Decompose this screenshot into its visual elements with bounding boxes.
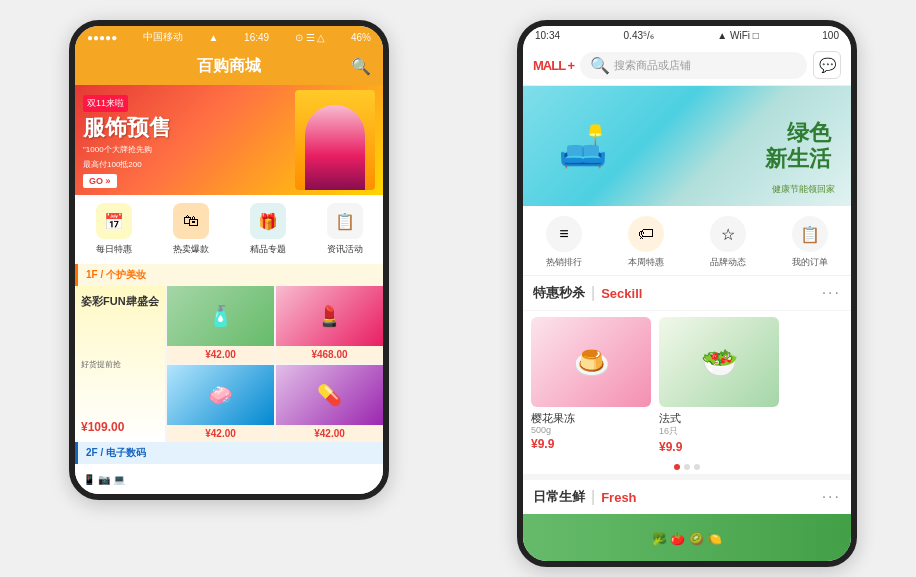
product-weight-sakura: 500g	[531, 425, 651, 435]
banner-right-sub: 健康节能领回家	[772, 183, 835, 196]
right-status-icons: ▲ WiFi □	[717, 30, 758, 41]
floor2-label: 2F / 电子数码	[75, 442, 383, 464]
left-banner[interactable]: 双11来啦 服饰预售 "1000个大牌抢先购 最高付100抵200 GO »	[75, 85, 383, 195]
seckill-title-cn: 特惠秒杀	[533, 284, 585, 302]
right-device: 10:34 0.43⁵/₆ ▲ WiFi □ 100 MALL + 🔍 搜索商品…	[517, 20, 857, 567]
signal-dots: ●●●●●	[87, 32, 117, 43]
banner-right-main: 绿色新生活	[765, 120, 831, 173]
category-row: 📅 每日特惠 🛍 热卖爆款 🎁 精品专题 📋 资讯活动	[75, 195, 383, 264]
product-name-sakura: 樱花果冻	[531, 411, 651, 425]
electronics-preview: 📱 📷 💻	[75, 464, 383, 494]
cat-label-premium: 精品专题	[250, 243, 286, 256]
seckill-more[interactable]: ···	[822, 284, 841, 302]
fresh-more[interactable]: ···	[822, 488, 841, 506]
nav-weekly-deals[interactable]: 🏷 本周特惠	[605, 216, 687, 269]
promo-card[interactable]: 姿彩FUN肆盛会 好货提前抢 ¥109.00	[75, 286, 165, 442]
product-card-0[interactable]: 🧴 ¥42.00	[167, 286, 274, 363]
product-card-sakura[interactable]: 🍮 樱花果冻 500g ¥9.9	[531, 317, 651, 454]
product-img-sakura: 🍮	[531, 317, 651, 407]
cat-icon-premium: 🎁	[250, 203, 286, 239]
nav-icon-weekly: 🏷	[628, 216, 664, 252]
banner-cta[interactable]: GO »	[83, 174, 117, 188]
right-status-bar: 10:34 0.43⁵/₆ ▲ WiFi □ 100	[523, 26, 851, 45]
carousel-dots	[523, 460, 851, 474]
promo-title: 姿彩FUN肆盛会	[81, 294, 159, 309]
promo-price: ¥109.00	[81, 420, 159, 434]
seckill-divider: |	[591, 284, 595, 302]
product-grid: 🧴 ¥42.00 💄 ¥468.00 🧼 ¥42.00 💊 ¥42.00	[167, 286, 383, 442]
mall-logo: MALL +	[533, 58, 574, 73]
banner-person	[305, 105, 365, 190]
promo-subtitle: 好货提前抢	[81, 359, 159, 370]
right-banner[interactable]: 🛋️ 绿色新生活 健康节能领回家	[523, 86, 851, 206]
product-card-2[interactable]: 🧼 ¥42.00	[167, 365, 274, 442]
banner-main-text: 服饰预售	[83, 116, 295, 140]
banner-text-area: 双11来啦 服饰预售 "1000个大牌抢先购 最高付100抵200 GO »	[83, 92, 295, 188]
product-card-3[interactable]: 💊 ¥42.00	[276, 365, 383, 442]
carrier: 中国移动	[143, 30, 183, 44]
banner-right-text-area: 绿色新生活 健康节能领回家	[765, 120, 831, 173]
fresh-title-cn: 日常生鲜	[533, 488, 585, 506]
product-price-sakura: ¥9.9	[531, 437, 651, 451]
seckill-title-en: Seckill	[601, 286, 642, 301]
floor1-label: 1F / 个护美妆	[75, 264, 383, 286]
network-speed: 0.43⁵/₆	[624, 30, 654, 41]
product-row-right: 🍮 樱花果冻 500g ¥9.9 🥗 法式 16只 ¥9.9	[523, 311, 851, 460]
nav-label-brand: 品牌动态	[710, 256, 746, 269]
product-card-1[interactable]: 💄 ¥468.00	[276, 286, 383, 363]
right-header: MALL + 🔍 搜索商品或店铺 💬	[523, 45, 851, 86]
fresh-banner-strip[interactable]: 🥦 🍅 🥝 🍋	[523, 514, 851, 564]
product-name-french: 法式	[659, 411, 779, 425]
nav-icons-row: ≡ 热销排行 🏷 本周特惠 ☆ 品牌动态 📋 我的订单	[523, 206, 851, 276]
product-price-2: ¥42.00	[167, 425, 274, 442]
product-section-1: 姿彩FUN肆盛会 好货提前抢 ¥109.00 🧴 ¥42.00 💄 ¥468.0…	[75, 286, 383, 442]
seckill-section-header: 特惠秒杀 | Seckill ···	[523, 276, 851, 311]
product-weight-french: 16只	[659, 425, 779, 438]
product-price-french: ¥9.9	[659, 440, 779, 454]
product-img-0: 🧴	[167, 286, 274, 346]
time-left: 16:49	[244, 32, 269, 43]
banner-decor: 🛋️	[543, 96, 623, 196]
product-price-0: ¥42.00	[167, 346, 274, 363]
search-icon-right: 🔍	[590, 56, 610, 75]
right-phone-container: 10:34 0.43⁵/₆ ▲ WiFi □ 100 MALL + 🔍 搜索商品…	[458, 0, 916, 577]
banner-tag: 双11来啦	[83, 95, 128, 112]
cat-label-news: 资讯活动	[327, 243, 363, 256]
product-img-2: 🧼	[167, 365, 274, 425]
nav-label-weekly: 本周特惠	[628, 256, 664, 269]
cat-news[interactable]: 📋 资讯活动	[306, 203, 383, 256]
cat-icon-news: 📋	[327, 203, 363, 239]
left-phone-container: ●●●●● 中国移动 ▲ 16:49 ⊙ ☰ △ 46% 百购商城 🔍 双11来…	[0, 0, 458, 577]
product-img-french: 🥗	[659, 317, 779, 407]
fresh-banner-text: 🥦 🍅 🥝 🍋	[652, 532, 722, 546]
banner-subtitle2: 最高付100抵200	[83, 159, 295, 170]
product-price-3: ¥42.00	[276, 425, 383, 442]
nav-icon-hot-sales: ≡	[546, 216, 582, 252]
nav-label-hot: 热销排行	[546, 256, 582, 269]
dot-1	[674, 464, 680, 470]
nav-orders[interactable]: 📋 我的订单	[769, 216, 851, 269]
search-icon[interactable]: 🔍	[351, 57, 371, 76]
banner-subtitle: "1000个大牌抢先购	[83, 144, 295, 155]
dot-3	[694, 464, 700, 470]
cat-icon-hot: 🛍	[173, 203, 209, 239]
cat-hot-items[interactable]: 🛍 热卖爆款	[152, 203, 229, 256]
system-icons: ⊙ ☰ △	[295, 32, 326, 43]
left-device: ●●●●● 中国移动 ▲ 16:49 ⊙ ☰ △ 46% 百购商城 🔍 双11来…	[69, 20, 389, 500]
nav-hot-sales[interactable]: ≡ 热销排行	[523, 216, 605, 269]
nav-icon-brand: ☆	[710, 216, 746, 252]
nav-brand[interactable]: ☆ 品牌动态	[687, 216, 769, 269]
message-icon[interactable]: 💬	[813, 51, 841, 79]
nav-label-orders: 我的订单	[792, 256, 828, 269]
electronics-icon: 📱 📷 💻	[83, 474, 125, 485]
product-img-3: 💊	[276, 365, 383, 425]
left-status-bar: ●●●●● 中国移动 ▲ 16:49 ⊙ ☰ △ 46%	[75, 26, 383, 48]
cat-premium[interactable]: 🎁 精品专题	[229, 203, 306, 256]
product-card-french[interactable]: 🥗 法式 16只 ¥9.9	[659, 317, 779, 454]
search-bar[interactable]: 🔍 搜索商品或店铺	[580, 52, 807, 79]
time-right: 10:34	[535, 30, 560, 41]
product-price-1: ¥468.00	[276, 346, 383, 363]
dot-2	[684, 464, 690, 470]
cat-daily-deals[interactable]: 📅 每日特惠	[75, 203, 152, 256]
fresh-title-en: Fresh	[601, 490, 636, 505]
